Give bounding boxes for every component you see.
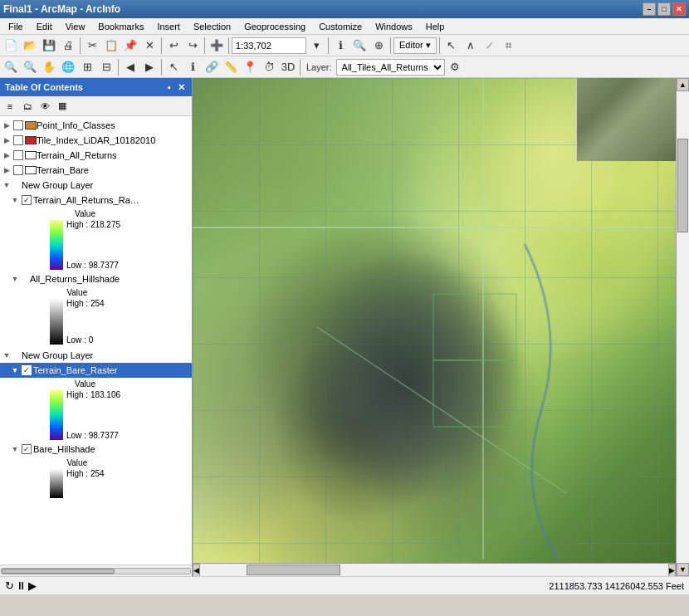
menu-windows[interactable]: Windows [369,18,419,34]
layer-item-hillshade[interactable]: ▼ All_Returns_Hillshade [0,271,192,286]
menu-insert[interactable]: Insert [150,18,187,34]
undo-button[interactable]: ↩ [164,37,183,55]
fixed-zoom-in[interactable]: ⊞ [78,58,96,76]
save-button[interactable]: 💾 [40,37,58,55]
checkbox-bare-raster[interactable] [22,365,32,375]
toc-close-button[interactable]: ✕ [176,82,187,93]
minimize-button[interactable]: – [643,2,656,16]
menu-help[interactable]: Help [419,18,452,34]
edit-tool2[interactable]: ∧ [462,37,480,55]
identify-tool[interactable]: ℹ [183,58,202,76]
menu-customize[interactable]: Customize [312,18,369,34]
layer-item-terrain-all[interactable]: ▶ Terrain_All_Returns [0,148,192,163]
layer-select[interactable]: All_Tiles_All_Returns [336,59,445,76]
toc-horizontal-scrollbar[interactable] [0,565,192,576]
checkbox-point-info[interactable] [13,120,23,130]
identify-button[interactable]: ℹ [331,37,349,55]
map-scroll-left[interactable]: ◀ [193,564,200,576]
checkbox-terrain-raster[interactable] [22,195,32,205]
menu-file[interactable]: File [2,18,30,34]
checkbox-terrain-bare[interactable] [13,165,23,175]
forward-extent[interactable]: ▶ [140,58,159,76]
layer-item-point-info[interactable]: ▶ Point_Info_Classes [0,118,192,133]
delete-button[interactable]: ✕ [140,37,159,55]
map-area[interactable]: ▲ ▼ ◀ ▶ [193,78,689,576]
map-scroll-right[interactable]: ▶ [668,564,676,576]
layer-item-terrain-raster[interactable]: ▼ Terrain_All_Returns_Raster [0,193,192,208]
menu-selection[interactable]: Selection [187,18,237,34]
scale-input[interactable] [232,37,306,54]
checkbox-bare-hillshade[interactable] [22,444,32,454]
expand-icon-terrain-bare[interactable]: ▶ [2,165,12,175]
fixed-zoom-out[interactable]: ⊟ [97,58,115,76]
layer-item-group2[interactable]: ▼ New Group Layer [0,348,192,363]
expand-icon-group2[interactable]: ▼ [2,350,12,360]
zoom-in-button[interactable]: 🔍 [2,58,20,76]
menu-view[interactable]: View [59,18,92,34]
status-icon-pause[interactable]: ⏸ [16,579,27,592]
edit-tool4[interactable]: ⌗ [500,37,518,55]
menu-geoprocessing[interactable]: Geoprocessing [237,18,312,34]
toc-list-by-selection[interactable]: ▦ [54,98,71,115]
select-tool[interactable]: ↖ [164,58,183,76]
menu-edit[interactable]: Edit [30,18,59,34]
zoom-out-button[interactable]: 🔍 [21,58,39,76]
expand-icon-group1[interactable]: ▼ [2,180,12,190]
editor-dropdown[interactable]: Editor ▾ [393,37,437,54]
scale-dropdown[interactable]: ▾ [307,37,325,55]
paste-button[interactable]: 📌 [121,37,139,55]
expand-icon-terrain-raster[interactable]: ▼ [10,195,20,205]
maximize-button[interactable]: □ [657,2,671,16]
status-bar: ↻ ⏸ ▶ 2111853.733 14126042.553 Feet [0,576,689,594]
checkbox-tile-index[interactable] [13,135,23,145]
add-data-button[interactable]: ➕ [208,37,226,55]
map-scroll-down[interactable]: ▼ [677,563,689,576]
toc-hscroll-thumb[interactable] [2,569,115,574]
expand-icon-bare-raster[interactable]: ▼ [10,365,20,375]
content-area: Table Of Contents ▪ ✕ ≡ 🗂 👁 ▦ ▶ Point_I [0,78,689,576]
toc-list-by-drawing-order[interactable]: ≡ [2,98,18,115]
open-button[interactable]: 📂 [21,37,39,55]
close-button[interactable]: ✕ [672,2,686,16]
status-icon-refresh[interactable]: ↻ [5,579,14,592]
expand-icon-tile-index[interactable]: ▶ [2,135,12,145]
map-hscroll-thumb[interactable] [247,565,340,575]
toc-title: Table Of Contents [5,82,83,92]
toc-list-by-visibility[interactable]: 👁 [37,98,53,115]
full-extent-button[interactable]: 🌐 [59,58,77,76]
toc-list-by-source[interactable]: 🗂 [19,98,36,115]
map-scroll-thumb[interactable] [677,139,688,233]
expand-icon-point-info[interactable]: ▶ [2,120,12,130]
edit-tool1[interactable]: ↖ [442,37,461,55]
measure-tool[interactable]: 📏 [222,58,240,76]
time-slider[interactable]: ⏱ [260,58,278,76]
menu-bookmarks[interactable]: Bookmarks [91,18,150,34]
layer-item-bare-raster[interactable]: ▼ Terrain_Bare_Raster [0,363,192,378]
find-button[interactable]: 🔍 [350,37,369,55]
layer-item-tile-index[interactable]: ▶ Tile_Index_LiDAR_10182010 [0,133,192,148]
checkbox-terrain-all[interactable] [13,150,23,160]
edit-tool3[interactable]: ⟋ [481,37,499,55]
layer-item-group1[interactable]: ▼ New Group Layer [0,178,192,193]
goto-xy-button[interactable]: ⊕ [369,37,388,55]
layer-options[interactable]: ⚙ [446,58,464,76]
status-icon-info[interactable]: ▶ [28,579,37,592]
toc-dock-button[interactable]: ▪ [166,82,173,93]
expand-icon-terrain-all[interactable]: ▶ [2,150,12,160]
redo-button[interactable]: ↪ [183,37,202,55]
cut-button[interactable]: ✂ [83,37,101,55]
new-button[interactable]: 📄 [2,37,20,55]
back-extent[interactable]: ◀ [121,58,139,76]
pan-button[interactable]: ✋ [40,58,58,76]
3d-button[interactable]: 3D [279,58,297,76]
copy-button[interactable]: 📋 [102,37,120,55]
print-button[interactable]: 🖨 [59,37,77,55]
expand-icon-hillshade[interactable]: ▼ [10,274,20,284]
layer-item-terrain-bare[interactable]: ▶ Terrain_Bare [0,163,192,178]
hyperlink-tool[interactable]: 🔗 [203,58,221,76]
expand-icon-bare-hillshade[interactable]: ▼ [10,444,20,454]
layer-name-tile-index: Tile_Index_LiDAR_10182010 [37,135,155,145]
map-scroll-up[interactable]: ▲ [677,78,689,91]
layer-item-bare-hillshade[interactable]: ▼ Bare_Hillshade [0,442,192,457]
find-route[interactable]: 📍 [241,58,259,76]
